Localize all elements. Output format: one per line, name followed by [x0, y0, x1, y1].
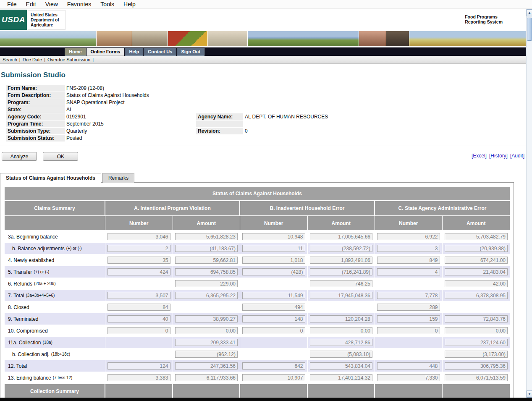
table-cell: 124 [105, 360, 173, 372]
cell-input[interactable]: 494 [242, 304, 305, 311]
cell-input[interactable]: (428) [242, 268, 305, 275]
cell-input[interactable]: 1,893,491.06 [310, 257, 373, 264]
cell-input[interactable]: 7,330 [377, 374, 440, 381]
cell-input[interactable]: 17,005,645.66 [310, 233, 373, 240]
table-cell: 0.00 [173, 325, 241, 336]
table-cell: 6,117,933.66 [173, 372, 241, 383]
cell-input[interactable]: 3,046 [107, 233, 170, 240]
cell-input[interactable]: 59,662.81 [175, 257, 238, 264]
cell-input[interactable]: 849 [377, 257, 440, 264]
cell-input[interactable]: 642 [242, 362, 305, 370]
menu-item-view[interactable]: View [41, 0, 63, 8]
cell-input[interactable]: 6,365,295.22 [175, 292, 238, 299]
cell-input[interactable]: 5,703,482.79 [445, 233, 508, 240]
cell-input[interactable]: 0 [377, 327, 440, 334]
scroll-up-arrow[interactable]: ▲ [527, 9, 532, 16]
menu-item-help[interactable]: Help [119, 0, 140, 8]
tab-remarks[interactable]: Remarks [102, 173, 134, 183]
tab-status-of-claims-against-households[interactable]: Status of Claims Against Households [0, 173, 101, 183]
cell-input[interactable]: 289 [377, 304, 440, 311]
cell-input[interactable]: 120,204.28 [310, 315, 373, 322]
cell-input[interactable]: 247,361.56 [175, 362, 238, 370]
cell-input[interactable]: 2 [107, 245, 170, 252]
nav-tab-help[interactable]: Help [125, 48, 143, 56]
cell-input[interactable]: 38,990.27 [175, 315, 238, 322]
cell-input[interactable]: 3,383 [107, 374, 170, 381]
cell-input[interactable]: 6,071,513.59 [445, 374, 508, 381]
cell-input[interactable]: (20,939.88) [445, 245, 508, 252]
department-name: United StatesDepartment ofAgriculture [28, 10, 66, 30]
table-row: b. Collection adj.(18b+18c)(962.12)(5,08… [5, 349, 510, 360]
nav-tab-contact-us[interactable]: Contact Us [144, 48, 176, 56]
table-cell: 10,948 [240, 231, 308, 242]
subnav-link-overdue-submission[interactable]: Overdue Submission [47, 57, 90, 62]
cell-input[interactable]: 6,922 [377, 233, 440, 240]
cell-input[interactable]: (3,173.00) [445, 351, 508, 358]
cell-input[interactable]: 3 [377, 245, 440, 252]
cell-input[interactable]: 40 [107, 315, 170, 322]
cell-input[interactable]: (41,183.67) [175, 245, 238, 252]
cell-input[interactable]: (962.12) [175, 351, 238, 358]
cell-input[interactable]: 124 [107, 362, 170, 370]
menu-item-file[interactable]: File [3, 0, 21, 8]
cell-input[interactable]: 3,507 [107, 292, 170, 299]
cell-input[interactable]: 6,117,933.66 [175, 374, 238, 381]
cell-input[interactable]: 237,124.60 [445, 339, 508, 346]
cell-input[interactable]: 7,778 [377, 292, 440, 299]
scrollbar-thumb[interactable] [527, 18, 532, 41]
cell-input[interactable]: 0.00 [310, 327, 373, 334]
cell-input[interactable]: 10,948 [242, 233, 305, 240]
cell-input[interactable]: 17,945,048.36 [310, 292, 373, 299]
nav-tab-home[interactable]: Home [65, 48, 86, 56]
menu-item-favorites[interactable]: Favorites [63, 0, 96, 8]
cell-input[interactable]: 5,651,828.23 [175, 233, 238, 240]
cell-input[interactable]: 1,018 [242, 257, 305, 264]
scroll-down-arrow[interactable]: ▼ [527, 391, 532, 398]
cell-input[interactable]: 0 [107, 327, 170, 334]
cell-input[interactable]: 448 [377, 362, 440, 370]
cell-input[interactable]: 10,907 [242, 374, 305, 381]
vertical-scrollbar[interactable]: ▲ ▼ [526, 9, 532, 398]
link-excel[interactable]: [Excel] [472, 153, 487, 159]
cell-input[interactable]: 21,483.04 [445, 268, 508, 275]
table-row: 7. Total(3a+3b+4+5+6)3,5076,365,295.2211… [5, 290, 510, 301]
field-value-state: AL [65, 106, 196, 113]
cell-input[interactable]: 229.00 [175, 280, 238, 287]
cell-input[interactable]: 746.25 [310, 280, 373, 287]
cell-input[interactable]: 11 [242, 245, 305, 252]
field-label-form-description: Form Description: [6, 92, 65, 99]
cell-input[interactable]: 543,834.04 [310, 362, 373, 370]
cell-input[interactable]: (238,592.72) [310, 245, 373, 252]
subnav-link-search[interactable]: Search [3, 57, 17, 62]
cell-input[interactable]: 72,843.76 [445, 315, 508, 322]
cell-input[interactable]: 428,712.86 [310, 339, 373, 346]
cell-input[interactable]: 674,241.00 [445, 257, 508, 264]
cell-input[interactable]: 306,795.36 [445, 362, 508, 370]
link-history[interactable]: [History] [489, 153, 508, 159]
cell-input[interactable]: 0.00 [445, 327, 508, 334]
link-audit[interactable]: [Audit] [510, 153, 524, 159]
cell-input[interactable]: 209,333.41 [175, 339, 238, 346]
cell-input[interactable]: 148 [242, 315, 305, 322]
cell-input[interactable]: 694,758.85 [175, 268, 238, 275]
cell-input[interactable]: 35 [107, 257, 170, 264]
cell-input[interactable]: 159 [377, 315, 440, 322]
cell-input[interactable]: 17,401,214.32 [310, 374, 373, 381]
ok-button[interactable]: OK [43, 152, 78, 161]
cell-input[interactable]: 424 [107, 268, 170, 275]
analyze-button[interactable]: Analyze [2, 152, 37, 161]
nav-tab-online-forms[interactable]: Online Forms [86, 48, 125, 56]
cell-input[interactable]: (5,083.10) [310, 351, 373, 358]
menu-item-tools[interactable]: Tools [96, 0, 119, 8]
cell-input[interactable]: 11,549 [242, 292, 305, 299]
menu-item-edit[interactable]: Edit [21, 0, 41, 8]
cell-input[interactable]: 6,378,308.95 [445, 292, 508, 299]
cell-input[interactable]: 0.00 [175, 327, 238, 334]
nav-tab-sign-out[interactable]: Sign Out [177, 48, 204, 56]
cell-input[interactable]: 0 [242, 327, 305, 334]
cell-input[interactable]: 42.00 [445, 280, 508, 287]
subnav-link-due-date[interactable]: Due Date [23, 57, 42, 62]
cell-input[interactable]: 84 [107, 304, 170, 311]
cell-input[interactable]: (716,241.89) [310, 268, 373, 275]
cell-input[interactable]: 4 [377, 268, 440, 275]
